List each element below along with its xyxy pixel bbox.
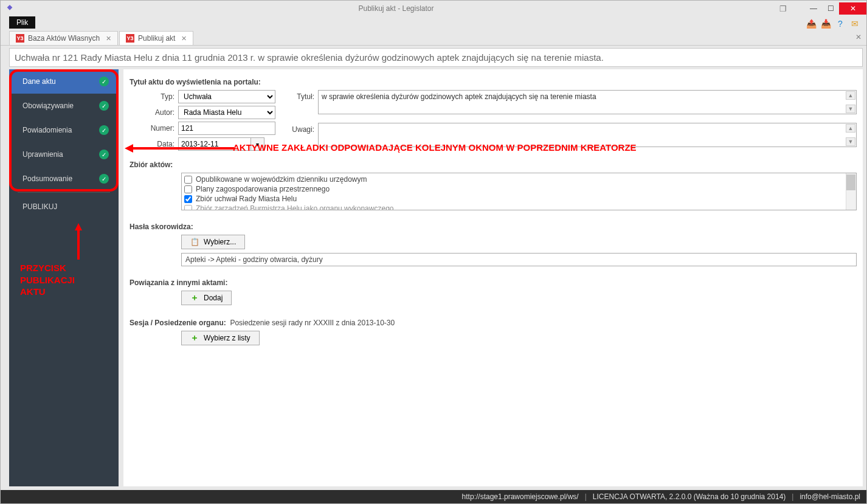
content-area: Dane aktu ✓ Obowiązywanie ✓ Powiadomieni… (9, 69, 863, 486)
scroll-up-icon[interactable]: ▲ (846, 124, 855, 133)
check-icon: ✓ (99, 101, 109, 111)
check-icon: ✓ (99, 125, 109, 135)
checkbox[interactable] (184, 195, 192, 203)
select-typ[interactable]: Uchwała (178, 90, 275, 103)
plus-icon: ＋ (190, 292, 199, 303)
sidebar-item-dane-aktu[interactable]: Dane aktu ✓ (9, 69, 119, 94)
status-license: LICENCJA OTWARTA, 2.2.0.0 (Ważna do 10 g… (593, 492, 786, 501)
form-top-grid: Typ: Uchwała Autor: Rada Miasta Helu Num… (130, 90, 857, 151)
menu-file[interactable]: Plik (9, 16, 35, 29)
window-buttons: ❐ — ☐ ✕ (775, 2, 866, 15)
dodaj-button[interactable]: ＋ Dodaj (181, 291, 232, 305)
tab-icon: Y3 (126, 34, 134, 43)
sidebar-item-label: Uprawnienia (22, 150, 63, 159)
plus-icon: ＋ (190, 333, 199, 343)
menubar: Plik 📤 📥 ? ✉ (1, 16, 866, 30)
sidebar-item-label: Dane aktu (22, 77, 56, 86)
window-title: Publikuj akt - Legislator (18, 4, 775, 13)
status-bar: http://stage1.prawomiejscowe.pl/ws/ | LI… (1, 490, 866, 503)
mail-icon[interactable]: ✉ (849, 18, 860, 29)
section-sesja: Sesja / Posiedzenie organu: (130, 319, 226, 327)
checkbox[interactable] (184, 176, 192, 184)
hasla-value[interactable]: Apteki -> Apteki - godziny otwarcia, dyż… (181, 253, 857, 266)
restore-down-icon[interactable]: ❐ (775, 2, 792, 15)
list-item[interactable]: Zbiór uchwał Rady Miasta Helu (183, 194, 855, 204)
status-email: info@hel-miasto.pl (800, 492, 860, 501)
list-item[interactable]: Plany zagospodarowania przestrzennego (183, 184, 855, 194)
sesja-row: Sesja / Posiedzenie organu: Posiedzenie … (130, 319, 857, 327)
check-icon: ✓ (99, 77, 109, 86)
input-numer[interactable] (178, 122, 275, 135)
document-title: Uchwała nr 121 Rady Miasta Helu z dnia 1… (9, 48, 863, 67)
textarea-tytul[interactable]: w sprawie określenia dyżurów godzinowych… (318, 90, 857, 114)
label-tytul: Tytuł: (288, 90, 318, 101)
tabbar-close-icon[interactable]: ✕ (855, 33, 862, 41)
publish-button[interactable]: PUBLIKUJ (9, 194, 119, 219)
minimize-button[interactable]: — (805, 2, 822, 15)
tab-bar: Y3 Baza Aktów Własnych ✕ Y3 Publikuj akt… (1, 30, 866, 46)
annotation-text: AKTYWNE ZAKŁADKI ODPOWIADAJĄCE KOLEJNYM … (233, 142, 637, 153)
sidebar-item-obowiazywanie[interactable]: Obowiązywanie ✓ (9, 94, 119, 118)
scroll-down-icon[interactable]: ▼ (846, 105, 855, 113)
close-tab-icon[interactable]: ✕ (103, 35, 111, 43)
close-tab-icon[interactable]: ✕ (179, 35, 187, 43)
sidebar-item-powiadomienia[interactable]: Powiadomienia ✓ (9, 118, 119, 142)
label-autor: Autor: (130, 108, 178, 117)
wizard-sidebar: Dane aktu ✓ Obowiązywanie ✓ Powiadomieni… (9, 69, 119, 486)
sidebar-item-label: Obowiązywanie (22, 102, 74, 110)
tab-icon: Y3 (16, 34, 24, 43)
box-in-icon[interactable]: 📥 (820, 18, 831, 29)
sidebar-item-podsumowanie[interactable]: Podsumowanie ✓ (9, 167, 119, 191)
tab-publikuj-akt[interactable]: Y3 Publikuj akt ✕ (119, 31, 193, 45)
section-zbior: Zbiór aktów: (130, 161, 857, 169)
tab-baza-aktow[interactable]: Y3 Baza Aktów Własnych ✕ (9, 31, 118, 45)
scroll-down-icon[interactable]: ▼ (846, 137, 855, 146)
form-right-col: Tytuł: w sprawie określenia dyżurów godz… (288, 90, 857, 151)
sidebar-item-uprawnienia[interactable]: Uprawnienia ✓ (9, 142, 119, 167)
label-numer: Numer: (130, 124, 178, 133)
close-button[interactable]: ✕ (839, 2, 866, 15)
tab-label: Baza Aktów Własnych (28, 34, 100, 43)
scrollbar[interactable] (846, 173, 856, 210)
check-icon: ✓ (99, 150, 109, 159)
section-powiazania: Powiązania z innymi aktami: (130, 278, 857, 287)
section-hasla: Hasła skorowidza: (130, 223, 857, 231)
wybierz-button[interactable]: 📋 Wybierz... (181, 235, 245, 249)
annotation-arrow-left-icon (125, 142, 234, 154)
wybierz-z-listy-button[interactable]: ＋ Wybierz z listy (181, 331, 260, 345)
maximize-button[interactable]: ☐ (822, 2, 839, 15)
list-item[interactable]: Zbiór zarządzeń Burmistrza Helu jako org… (183, 204, 855, 210)
annotation-arrow-up-icon (38, 223, 119, 260)
help-icon[interactable]: ? (835, 18, 846, 29)
checkbox[interactable] (184, 185, 192, 193)
label-typ: Typ: (130, 92, 178, 101)
app-window: Publikuj akt - Legislator ❐ — ☐ ✕ Plik 📤… (0, 0, 867, 504)
sesja-value: Posiedzenie sesji rady nr XXXIII z dnia … (230, 319, 395, 327)
form-left-col: Typ: Uchwała Autor: Rada Miasta Helu Num… (130, 90, 275, 151)
app-icon (5, 4, 14, 13)
list-item[interactable]: Opublikowane w wojewódzkim dzienniku urz… (183, 174, 855, 184)
box-open-icon[interactable]: 📤 (806, 18, 817, 29)
section-title: Tytuł aktu do wyświetlenia na portalu: (130, 78, 857, 86)
main-panel: Tytuł aktu do wyświetlenia na portalu: T… (123, 69, 863, 486)
sidebar-item-label: Podsumowanie (22, 174, 72, 183)
header-action-icons: 📤 📥 ? ✉ (806, 16, 860, 30)
annotation-text: PRZYCISK PUBLIKACJI AKTU (9, 260, 119, 303)
label-uwagi: Uwagi: (288, 123, 318, 134)
tab-label: Publikuj akt (138, 34, 175, 43)
list-icon: 📋 (190, 238, 199, 246)
divider (18, 192, 110, 193)
check-icon: ✓ (99, 174, 109, 184)
status-url: http://stage1.prawomiejscowe.pl/ws/ (462, 492, 579, 501)
sidebar-item-label: Powiadomienia (22, 126, 72, 134)
titlebar: Publikuj akt - Legislator ❐ — ☐ ✕ (1, 1, 866, 16)
scrollbar-thumb[interactable] (846, 174, 855, 190)
scroll-up-icon[interactable]: ▲ (846, 91, 855, 100)
listbox-zbior-aktow[interactable]: Opublikowane w wojewódzkim dzienniku urz… (181, 173, 857, 210)
select-autor[interactable]: Rada Miasta Helu (178, 106, 275, 119)
checkbox[interactable] (184, 205, 192, 211)
